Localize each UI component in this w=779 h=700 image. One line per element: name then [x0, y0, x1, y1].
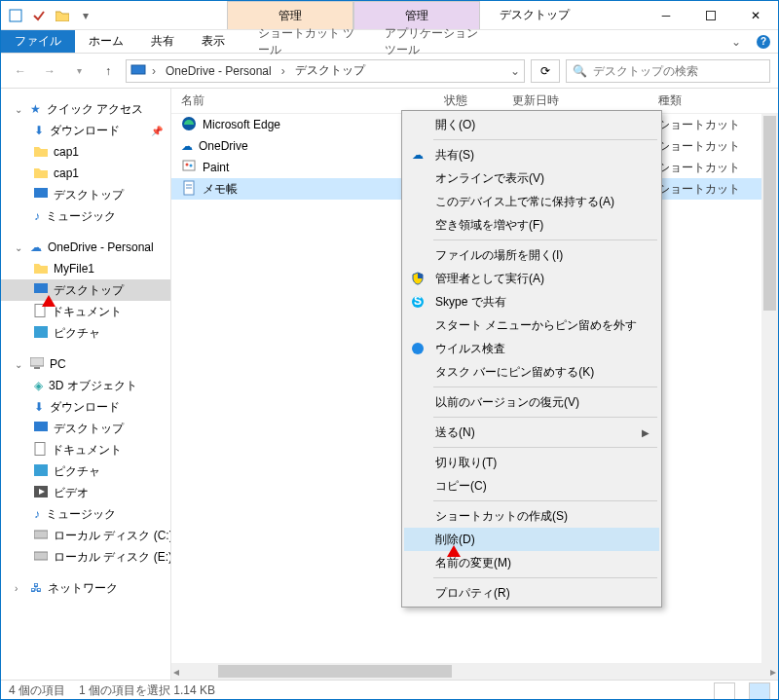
ctx-always-keep[interactable]: このデバイス上で常に保持する(A) — [404, 190, 659, 213]
paint-icon — [181, 159, 197, 177]
chevron-right-icon[interactable]: › — [281, 64, 285, 78]
sidebar-pc[interactable]: ⌄PC — [1, 353, 170, 375]
sidebar-onedrive[interactable]: ⌄☁OneDrive - Personal — [1, 237, 170, 258]
chevron-right-icon[interactable]: › — [152, 64, 156, 78]
nav-recent-dropdown[interactable]: ▾ — [67, 59, 91, 83]
ctx-open[interactable]: 開く(O) — [404, 113, 659, 136]
qat-dropdown-icon[interactable]: ▾ — [75, 5, 96, 26]
ctx-share[interactable]: ☁共有(S) — [404, 143, 659, 166]
sidebar-item[interactable]: ローカル ディスク (E:) — [1, 546, 170, 568]
music-icon: ♪ — [34, 209, 40, 223]
folder-icon — [34, 145, 48, 159]
ctx-free-space[interactable]: 空き領域を増やす(F) — [404, 213, 659, 237]
sidebar-item[interactable]: デスクトップ — [1, 418, 170, 439]
ctx-pin-taskbar[interactable]: タスク バーにピン留めする(K) — [404, 360, 659, 384]
ctx-unpin-start[interactable]: スタート メニューからピン留めを外す — [404, 313, 659, 337]
svg-rect-1 — [707, 12, 716, 20]
sidebar-item[interactable]: ピクチャ — [1, 322, 170, 344]
minimize-button[interactable]: ─ — [644, 1, 688, 30]
breadcrumb-seg[interactable]: デスクトップ — [291, 62, 369, 79]
breadcrumb-seg[interactable]: OneDrive - Personal — [162, 64, 276, 78]
ctx-run-admin[interactable]: 管理者として実行(A) — [404, 267, 659, 290]
cloud-icon: ☁ — [30, 240, 42, 254]
sidebar-item[interactable]: ♪ミュージック — [1, 205, 170, 227]
drive-icon — [34, 529, 48, 542]
nav-up-button[interactable]: ↑ — [96, 59, 120, 83]
pc-icon — [30, 357, 44, 372]
view-tiles-button[interactable] — [749, 682, 770, 700]
sidebar-item[interactable]: ローカル ディスク (C:) — [1, 525, 170, 546]
ribbon-tab-file[interactable]: ファイル — [1, 30, 75, 53]
sidebar-item[interactable]: ビデオ — [1, 482, 170, 503]
sidebar-item[interactable]: cap1 — [1, 141, 170, 163]
sidebar-item[interactable]: cap1 — [1, 163, 170, 184]
ctx-delete[interactable]: 削除(D) — [404, 528, 659, 551]
svg-rect-7 — [30, 357, 44, 366]
ctx-rename[interactable]: 名前の変更(M) — [404, 551, 659, 574]
ctx-prev-versions[interactable]: 以前のバージョンの復元(V) — [404, 390, 659, 414]
ctx-create-shortcut[interactable]: ショートカットの作成(S) — [404, 504, 659, 528]
vertical-scrollbar[interactable] — [761, 114, 778, 663]
address-dropdown-icon[interactable]: ⌄ — [510, 64, 520, 78]
sidebar-item[interactable]: ドキュメント — [1, 439, 170, 461]
view-details-button[interactable] — [714, 682, 735, 700]
svg-rect-3 — [34, 188, 48, 198]
sidebar-item[interactable]: ドキュメント — [1, 301, 170, 322]
sidebar-item[interactable]: ◈3D オブジェクト — [1, 375, 170, 396]
horizontal-scrollbar[interactable]: ◂▸ — [171, 663, 778, 680]
close-button[interactable]: ✕ — [733, 1, 778, 30]
address-bar[interactable]: › OneDrive - Personal › デスクトップ ⌄ — [126, 59, 525, 83]
qat-folder-icon[interactable] — [52, 5, 73, 26]
nav-forward-button[interactable]: → — [38, 59, 61, 83]
sidebar-network[interactable]: ›🖧ネットワーク — [1, 577, 170, 599]
ctx-virus-scan[interactable]: ウイルス検査 — [404, 337, 659, 360]
file-list[interactable]: 名前 状態 更新日時 種類 Microsoft Edge ⊘ 2022/08/3… — [171, 89, 778, 680]
pictures-icon — [34, 464, 48, 479]
window-controls: ─ ✕ — [644, 1, 778, 29]
sidebar-item[interactable]: ♪ミュージック — [1, 503, 170, 525]
navigation-pane[interactable]: ⌄★クイック アクセス ⬇ダウンロード📌 cap1 cap1 デスクトップ ♪ミ… — [1, 89, 171, 680]
ctx-skype-share[interactable]: SSkype で共有 — [404, 290, 659, 313]
ribbon-collapse-icon[interactable]: ⌄ — [723, 30, 749, 53]
ribbon-subtab-shortcut-tools[interactable]: ショートカット ツール — [244, 30, 371, 53]
sidebar-item[interactable]: ⬇ダウンロード📌 — [1, 120, 170, 141]
ribbon-subtab-app-tools[interactable]: アプリケーション ツール — [371, 30, 498, 53]
ctx-cut[interactable]: 切り取り(T) — [404, 451, 659, 474]
refresh-button[interactable]: ⟳ — [531, 59, 560, 83]
svg-point-25 — [412, 343, 424, 354]
sidebar-item[interactable]: ⬇ダウンロード — [1, 396, 170, 418]
nav-back-button[interactable]: ← — [9, 59, 32, 83]
svg-rect-0 — [10, 10, 21, 21]
sidebar-quick-access[interactable]: ⌄★クイック アクセス — [1, 98, 170, 120]
sidebar-item-desktop[interactable]: デスクトップ — [1, 279, 170, 301]
ribbon-tab-view[interactable]: 表示 — [188, 30, 239, 53]
svg-point-18 — [186, 163, 189, 166]
ribbon-tab-home[interactable]: ホーム — [75, 30, 137, 53]
3d-objects-icon: ◈ — [34, 379, 43, 392]
ctx-properties[interactable]: プロパティ(R) — [404, 581, 659, 605]
ctx-send-to[interactable]: 送る(N)▶ — [404, 421, 659, 444]
sidebar-item[interactable]: MyFile1 — [1, 258, 170, 279]
ctx-copy[interactable]: コピー(C) — [404, 474, 659, 497]
downloads-icon: ⬇ — [34, 400, 44, 414]
ctx-view-online[interactable]: オンラインで表示(V) — [404, 166, 659, 190]
main-area: ⌄★クイック アクセス ⬇ダウンロード📌 cap1 cap1 デスクトップ ♪ミ… — [1, 89, 778, 680]
col-date[interactable]: 更新日時 — [512, 92, 658, 109]
ribbon-tab-share[interactable]: 共有 — [137, 30, 188, 53]
svg-rect-10 — [35, 442, 45, 455]
col-name[interactable]: 名前 — [181, 92, 444, 109]
search-box[interactable]: 🔍 — [566, 59, 770, 83]
qat-props-icon[interactable] — [28, 5, 50, 26]
maximize-button[interactable] — [688, 1, 733, 30]
col-type[interactable]: 種類 — [658, 92, 778, 109]
svg-rect-9 — [34, 422, 48, 431]
ribbon: ファイル ホーム 共有 表示 ショートカット ツール アプリケーション ツール … — [1, 30, 778, 54]
search-input[interactable] — [593, 64, 763, 78]
svg-rect-17 — [183, 161, 195, 170]
ctx-open-location[interactable]: ファイルの場所を開く(I) — [404, 243, 659, 267]
svg-rect-11 — [34, 464, 48, 476]
help-button[interactable]: ? — [749, 30, 778, 53]
col-status[interactable]: 状態 — [444, 92, 512, 109]
sidebar-item[interactable]: ピクチャ — [1, 461, 170, 482]
sidebar-item[interactable]: デスクトップ — [1, 184, 170, 205]
